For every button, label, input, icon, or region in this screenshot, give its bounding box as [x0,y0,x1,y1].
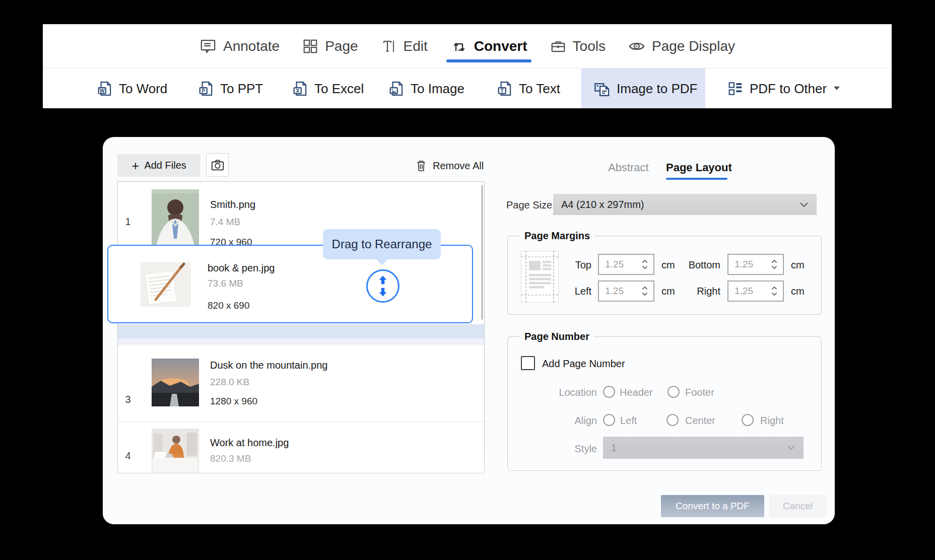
tab-label: Convert [474,38,527,54]
remove-all-button[interactable]: Remove All [415,158,484,173]
file-name: book & pen.jpg [208,262,275,274]
camera-capture-button[interactable] [206,153,229,177]
scrollbar-thumb[interactable] [481,185,483,320]
stepper-down-icon [642,265,648,269]
tab-convert[interactable]: Convert [450,24,527,68]
file-index: 3 [122,394,134,405]
add-page-number-label: Add Page Number [542,358,625,370]
subtab-to-image[interactable]: To Image [388,68,464,108]
subtab-label: To Image [411,81,464,96]
stepper-arrows[interactable] [771,259,783,269]
page-number-legend: Page Number [520,330,594,343]
location-label: Location [537,386,597,398]
file-name: Work at home.jpg [210,437,289,449]
subtab-label: To Word [119,81,167,96]
ppt-file-icon: P [198,81,214,97]
subtab-to-word[interactable]: W To Word [97,68,167,108]
camera-icon [211,158,225,172]
align-center-radio[interactable] [666,414,679,426]
stepper-arrows[interactable] [771,286,783,296]
stepper-down-icon [771,265,777,269]
image-to-pdf-icon [593,80,611,97]
add-page-number-checkbox[interactable] [521,356,535,370]
align-left-radio[interactable] [603,414,615,426]
align-right-radio[interactable] [742,414,754,426]
drag-handle[interactable] [366,269,399,303]
add-files-button[interactable]: + Add Files [117,154,201,177]
file-thumbnail-smith [152,189,199,250]
margin-top-label: Top [568,259,591,271]
tab-page-layout[interactable]: Page Layout [666,161,732,174]
main-toolbar: Annotate Page Edit [43,24,892,108]
ribbon-tabs: Annotate Page Edit [43,24,892,68]
stepper-arrows[interactable] [642,259,653,269]
subtab-label: PDF to Other [750,81,827,96]
panel-tab-underline [666,178,727,180]
subtab-label: To Excel [314,81,364,96]
file-size: 820.3 MB [210,453,251,464]
style-label: Style [537,443,597,455]
text-edit-icon [381,38,397,54]
page-number-style-dropdown[interactable]: 1 [603,437,804,459]
margin-bottom-input[interactable]: 1.25 [727,254,784,275]
subtab-pdf-to-other[interactable]: PDF to Other [727,68,841,108]
margin-left-input[interactable]: 1.25 [598,281,654,302]
location-header-radio[interactable] [603,386,615,398]
subtab-image-to-pdf[interactable]: Image to PDF [581,68,705,108]
file-name: Dusk on the mountain.png [210,359,328,371]
svg-text:W: W [100,88,105,93]
cancel-button[interactable]: Cancel [769,495,826,517]
file-dimensions: 820 x 690 [208,300,249,311]
eye-icon [628,38,645,55]
image-file-icon [388,81,405,97]
location-footer-radio[interactable] [667,386,680,398]
drag-tooltip: Drag to Rearrange [323,229,441,259]
drop-target-highlight [118,324,484,338]
tab-edit[interactable]: Edit [381,24,428,68]
convert-arrows-icon [450,38,468,55]
up-down-arrows-icon [376,274,390,298]
margin-top-input[interactable]: 1.25 [598,254,654,275]
tab-label: Tools [573,38,606,54]
page-size-dropdown[interactable]: A4 (210 x 297mm) [553,194,817,215]
file-size: 228.0 KB [210,376,249,388]
tab-page-display[interactable]: Page Display [628,24,735,68]
tab-label: Page Display [652,38,735,54]
subtab-to-text[interactable]: T To Text [497,68,560,108]
align-label: Align [537,414,597,427]
active-tab-underline [446,59,531,62]
margin-left-label: Left [568,285,591,297]
subtab-to-excel[interactable]: X To Excel [292,68,364,108]
page-margins-diagram-icon [521,251,559,303]
stepper-down-icon [642,292,648,296]
text-file-icon: T [497,81,513,97]
stepper-up-icon [642,286,648,290]
page-size-label: Page Size [506,199,552,211]
tab-tools[interactable]: Tools [550,24,606,68]
subtab-to-ppt[interactable]: P To PPT [198,68,263,108]
stepper-down-icon [771,292,777,296]
subtab-label: To PPT [220,81,263,96]
stepper-up-icon [771,259,777,263]
stepper-arrows[interactable] [642,286,653,296]
convert-to-pdf-button[interactable]: Convert to a PDF [661,495,764,517]
file-thumbnail-dusk [152,359,199,406]
file-index: 4 [122,450,134,462]
annotate-icon [199,38,217,55]
margin-right-input[interactable]: 1.25 [727,281,784,302]
chevron-down-icon [787,445,804,450]
chevron-down-icon [799,202,817,207]
stepper-up-icon [642,259,648,263]
toolbox-icon [550,38,566,54]
page-margins-legend: Page Margins [520,229,594,242]
tab-abstract[interactable]: Abstract [608,161,649,174]
page-grid-icon [302,38,318,54]
file-size: 7.4 MB [210,216,240,228]
plus-icon: + [131,159,139,172]
page-margins-group: Page Margins Top 1.25 [507,236,822,315]
file-name: Smith.png [210,198,255,211]
word-file-icon: W [97,81,113,97]
trash-icon [415,159,427,172]
tab-annotate[interactable]: Annotate [199,24,280,68]
tab-page[interactable]: Page [302,24,358,68]
